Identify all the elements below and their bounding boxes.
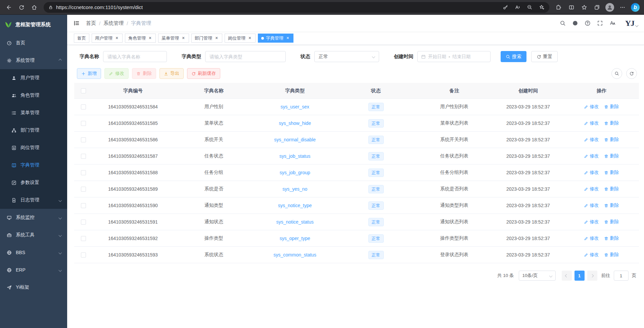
refresh-cache-button[interactable]: 刷新缓存 xyxy=(187,68,220,79)
user-logo-dropdown[interactable]: YJ xyxy=(625,19,638,27)
status-select[interactable]: 正常 xyxy=(314,51,379,62)
password-key-icon[interactable] xyxy=(503,4,508,10)
sidebar-item-erp[interactable]: ERP xyxy=(0,261,67,279)
browser-home-button[interactable] xyxy=(28,2,40,13)
help-icon[interactable] xyxy=(585,20,591,26)
address-bar[interactable]: https://ccnetcore.com:1101/system/dict xyxy=(44,2,549,13)
fullscreen-icon[interactable] xyxy=(597,20,603,26)
sidebar-item-post-mgmt[interactable]: 岗位管理 xyxy=(0,139,67,156)
row-delete-link[interactable]: 删除 xyxy=(604,202,619,208)
row-checkbox[interactable] xyxy=(81,252,86,257)
row-delete-link[interactable]: 删除 xyxy=(604,104,619,110)
sidebar-item-bbs[interactable]: BBS xyxy=(0,244,67,261)
dict-type-link[interactable]: sys_oper_type xyxy=(280,236,310,241)
breadcrumb-system[interactable]: 系统管理 xyxy=(103,20,124,27)
dict-name-input[interactable] xyxy=(103,51,167,62)
dict-type-input[interactable] xyxy=(205,51,286,62)
sidebar-item-system-monitor[interactable]: 系统监控 xyxy=(0,209,67,226)
sidebar-item-home[interactable]: 首页 xyxy=(0,34,67,52)
row-delete-link[interactable]: 删除 xyxy=(604,186,619,192)
row-checkbox[interactable] xyxy=(81,154,86,159)
sidebar-item-param-settings[interactable]: 参数设置 xyxy=(0,174,67,191)
row-delete-link[interactable]: 删除 xyxy=(604,170,619,176)
export-button[interactable]: 导出 xyxy=(159,68,184,79)
row-edit-link[interactable]: 修改 xyxy=(584,170,599,176)
row-edit-link[interactable]: 修改 xyxy=(584,252,599,258)
row-delete-link[interactable]: 删除 xyxy=(604,137,619,143)
favorites-icon[interactable] xyxy=(578,2,590,13)
sidebar-item-menu-mgmt[interactable]: 菜单管理 xyxy=(0,104,67,122)
tab-dept-mgmt[interactable]: 部门管理× xyxy=(191,34,222,43)
browser-refresh-button[interactable] xyxy=(15,2,28,13)
bing-copilot-icon[interactable]: b xyxy=(629,2,641,13)
table-refresh-button[interactable] xyxy=(626,68,637,79)
prev-page-button[interactable] xyxy=(562,271,572,281)
browser-back-button[interactable] xyxy=(3,2,15,13)
row-checkbox[interactable] xyxy=(81,137,86,142)
dict-type-link[interactable]: sys_common_status xyxy=(274,252,317,257)
zoom-out-icon[interactable] xyxy=(527,4,533,10)
sidebar-item-yi-framework[interactable]: Yi框架 xyxy=(0,279,67,296)
sidebar-item-system-mgmt[interactable]: 系统管理 xyxy=(0,52,67,69)
edit-button[interactable]: 修改 xyxy=(104,68,129,79)
font-size-icon[interactable] xyxy=(609,20,615,26)
dict-type-link[interactable]: sys_user_sex xyxy=(281,104,310,109)
row-checkbox[interactable] xyxy=(81,121,86,126)
header-search-icon[interactable] xyxy=(560,20,566,26)
browser-menu-icon[interactable] xyxy=(616,2,629,13)
sidebar-item-user-mgmt[interactable]: 用户管理 xyxy=(0,69,67,87)
row-edit-link[interactable]: 修改 xyxy=(584,186,599,192)
github-icon[interactable] xyxy=(572,20,578,26)
row-checkbox[interactable] xyxy=(81,220,86,225)
extensions-icon[interactable] xyxy=(553,2,565,13)
page-size-select[interactable]: 10条/页 xyxy=(519,271,556,281)
row-edit-link[interactable]: 修改 xyxy=(584,120,599,126)
row-checkbox[interactable] xyxy=(81,236,86,241)
current-page-button[interactable]: 1 xyxy=(574,271,585,281)
row-delete-link[interactable]: 删除 xyxy=(604,219,619,225)
read-aloud-icon[interactable] xyxy=(515,4,520,10)
close-icon[interactable]: × xyxy=(247,36,252,41)
close-icon[interactable]: × xyxy=(148,36,152,41)
profile-avatar[interactable] xyxy=(604,2,616,13)
url-text[interactable]: https://ccnetcore.com:1101/system/dict xyxy=(56,4,143,10)
hamburger-icon[interactable] xyxy=(73,20,80,27)
toggle-search-button[interactable] xyxy=(611,68,622,79)
close-icon[interactable]: × xyxy=(114,36,119,41)
sidebar-item-system-tools[interactable]: 系统工具 xyxy=(0,226,67,244)
dict-type-link[interactable]: sys_show_hide xyxy=(279,121,311,126)
tab-post-mgmt[interactable]: 岗位管理× xyxy=(225,34,256,43)
sidebar-item-dept-mgmt[interactable]: 部门管理 xyxy=(0,122,67,139)
dict-type-link[interactable]: sys_yes_no xyxy=(282,186,307,192)
row-delete-link[interactable]: 删除 xyxy=(604,235,619,241)
close-icon[interactable]: × xyxy=(285,36,290,41)
dict-type-link[interactable]: sys_notice_status xyxy=(276,219,314,225)
dict-type-link[interactable]: sys_normal_disable xyxy=(274,137,316,142)
dict-type-link[interactable]: sys_notice_type xyxy=(278,203,312,208)
collections-icon[interactable] xyxy=(591,2,603,13)
tab-user-mgmt[interactable]: 用户管理× xyxy=(92,34,123,43)
add-button[interactable]: 新增 xyxy=(77,68,101,79)
row-edit-link[interactable]: 修改 xyxy=(584,235,599,241)
delete-button[interactable]: 删除 xyxy=(132,68,156,79)
add-favorite-star-icon[interactable] xyxy=(539,4,545,10)
sidebar-item-dict-mgmt[interactable]: 字典管理 xyxy=(0,156,67,174)
row-checkbox[interactable] xyxy=(81,170,86,175)
sidebar-item-log-mgmt[interactable]: 日志管理 xyxy=(0,191,67,209)
row-checkbox[interactable] xyxy=(81,104,86,109)
select-all-checkbox[interactable] xyxy=(81,88,86,93)
row-edit-link[interactable]: 修改 xyxy=(584,219,599,225)
breadcrumb-home[interactable]: 首页 xyxy=(86,20,96,27)
tab-menu-mgmt[interactable]: 菜单管理× xyxy=(158,34,189,43)
next-page-button[interactable] xyxy=(587,271,597,281)
row-edit-link[interactable]: 修改 xyxy=(584,137,599,143)
row-delete-link[interactable]: 删除 xyxy=(604,252,619,258)
tab-role-mgmt[interactable]: 角色管理× xyxy=(125,34,156,43)
row-checkbox[interactable] xyxy=(81,187,86,192)
date-range-picker[interactable]: 开始日期 - 结束日期 xyxy=(417,51,491,62)
split-screen-icon[interactable] xyxy=(565,2,578,13)
goto-page-input[interactable] xyxy=(614,271,629,281)
close-icon[interactable]: × xyxy=(181,36,186,41)
row-edit-link[interactable]: 修改 xyxy=(584,153,599,159)
tab-dict-mgmt[interactable]: 字典管理× xyxy=(258,34,293,43)
